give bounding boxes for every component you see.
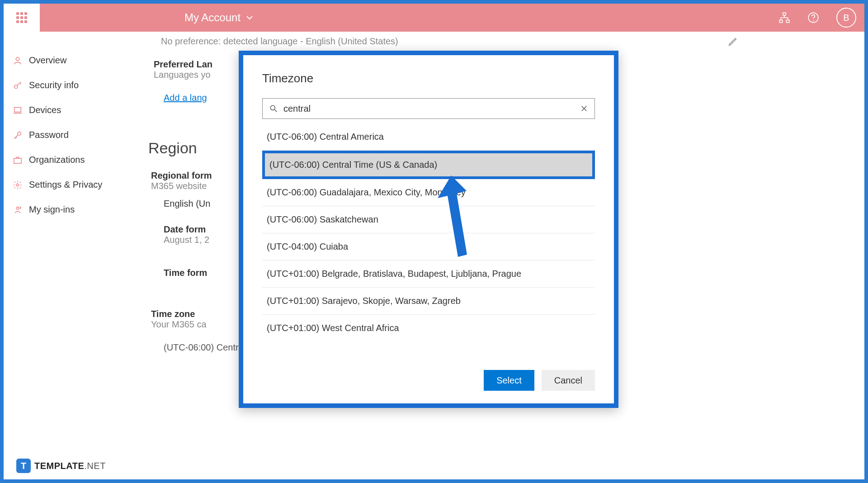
timezone-modal-border: Timezone (UTC-06:00) Central America (UT… bbox=[239, 51, 618, 408]
page-title: My Account bbox=[184, 11, 241, 24]
timezone-option[interactable]: (UTC+01:00) Belgrade, Bratislava, Budape… bbox=[262, 260, 595, 288]
app-launcher-button[interactable] bbox=[4, 4, 40, 32]
watermark-badge: T bbox=[16, 459, 31, 473]
sidebar-item-organizations[interactable]: Organizations bbox=[9, 147, 148, 172]
waffle-icon bbox=[16, 12, 27, 23]
date-format-label: Date form bbox=[164, 224, 206, 234]
sidebar: Overview Security info Devices Password … bbox=[4, 32, 148, 479]
sidebar-item-settings[interactable]: Settings & Privacy bbox=[9, 172, 148, 197]
modal-title: Timezone bbox=[262, 71, 595, 85]
watermark-text: TEMPLATE bbox=[34, 461, 84, 471]
detected-language-text: No preference: detected language - Engli… bbox=[161, 36, 398, 47]
avatar[interactable]: B bbox=[836, 8, 856, 28]
watermark: T TEMPLATE.NET bbox=[16, 459, 106, 473]
svg-point-10 bbox=[16, 184, 19, 186]
search-input[interactable] bbox=[283, 104, 575, 114]
date-format-value: August 1, 2 bbox=[164, 235, 209, 245]
briefcase-icon bbox=[13, 155, 23, 165]
svg-rect-2 bbox=[786, 20, 789, 22]
cancel-button[interactable]: Cancel bbox=[542, 370, 595, 391]
time-format-label: Time form bbox=[164, 268, 207, 278]
clear-icon[interactable] bbox=[580, 104, 588, 113]
select-button[interactable]: Select bbox=[484, 370, 534, 391]
svg-point-4 bbox=[813, 20, 814, 21]
timezone-option[interactable]: (UTC+01:00) West Central Africa bbox=[262, 315, 595, 341]
timezone-option[interactable]: (UTC-06:00) Saskatchewan bbox=[262, 206, 595, 233]
svg-point-5 bbox=[16, 57, 19, 60]
sidebar-item-label: Devices bbox=[29, 105, 61, 115]
timezone-modal: Timezone (UTC-06:00) Central America (UT… bbox=[243, 55, 614, 403]
avatar-initial: B bbox=[843, 13, 849, 23]
add-language-link[interactable]: Add a lang bbox=[151, 80, 207, 103]
person-icon bbox=[13, 56, 23, 66]
timezone-option[interactable]: (UTC-04:00) Cuiaba bbox=[262, 233, 595, 260]
timezone-option[interactable]: (UTC-06:00) Central America bbox=[262, 123, 595, 151]
sidebar-item-devices[interactable]: Devices bbox=[9, 98, 148, 123]
timezone-option[interactable]: (UTC-06:00) Guadalajara, Mexico City, Mo… bbox=[262, 179, 595, 206]
watermark-suffix: .NET bbox=[84, 461, 106, 471]
app-frame: My Account B Overview Security info Devi… bbox=[4, 4, 864, 479]
top-bar: My Account B bbox=[4, 4, 864, 32]
pencil-icon[interactable] bbox=[728, 37, 738, 47]
help-icon[interactable] bbox=[807, 12, 819, 24]
svg-point-6 bbox=[14, 85, 18, 88]
sidebar-item-overview[interactable]: Overview bbox=[9, 48, 148, 73]
sidebar-item-label: Security info bbox=[29, 80, 79, 90]
search-box[interactable] bbox=[262, 98, 595, 119]
svg-point-12 bbox=[270, 105, 275, 110]
sidebar-item-label: My sign-ins bbox=[29, 204, 75, 215]
key-icon bbox=[13, 80, 23, 90]
svg-rect-7 bbox=[14, 107, 21, 112]
sidebar-item-label: Overview bbox=[29, 55, 66, 66]
sitemap-icon[interactable] bbox=[778, 12, 790, 24]
sidebar-item-label: Organizations bbox=[29, 155, 85, 165]
timezone-list: (UTC-06:00) Central America (UTC-06:00) … bbox=[262, 123, 595, 341]
svg-rect-9 bbox=[14, 158, 22, 163]
sidebar-item-signins[interactable]: My sign-ins bbox=[9, 197, 148, 222]
page-title-dropdown[interactable]: My Account bbox=[184, 11, 253, 24]
chevron-down-icon bbox=[246, 14, 253, 21]
laptop-icon bbox=[13, 105, 23, 115]
svg-rect-0 bbox=[783, 13, 786, 15]
sidebar-item-security[interactable]: Security info bbox=[9, 73, 148, 98]
sidebar-item-label: Settings & Privacy bbox=[29, 180, 102, 190]
svg-point-8 bbox=[18, 132, 21, 135]
svg-point-11 bbox=[16, 207, 19, 209]
sidebar-item-label: Password bbox=[29, 130, 69, 140]
sidebar-item-password[interactable]: Password bbox=[9, 123, 148, 147]
svg-rect-1 bbox=[779, 20, 783, 22]
search-icon bbox=[269, 104, 278, 113]
gear-icon bbox=[13, 180, 23, 190]
key2-icon bbox=[13, 130, 23, 140]
signin-icon bbox=[13, 205, 23, 215]
timezone-option[interactable]: (UTC+01:00) Sarajevo, Skopje, Warsaw, Za… bbox=[262, 288, 595, 315]
timezone-option-label: (UTC-06:00) Central Time (US & Canada) bbox=[262, 151, 595, 179]
timezone-option-highlighted[interactable]: (UTC-06:00) Central Time (US & Canada) bbox=[262, 151, 595, 179]
